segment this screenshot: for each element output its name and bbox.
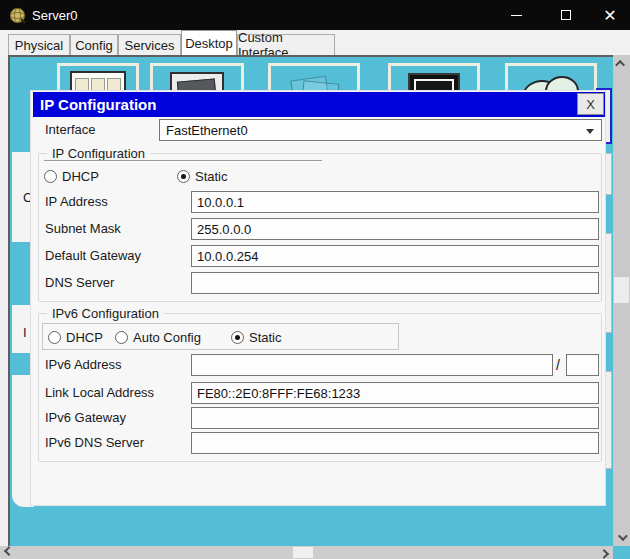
ipv6-dhcp-radio[interactable]: DHCP xyxy=(48,328,103,346)
scrollbar-corner xyxy=(613,546,630,559)
dns-server-label: DNS Server xyxy=(45,272,114,294)
tab-bar: Physical Config Services Desktop Custom … xyxy=(0,30,630,55)
scroll-up-button[interactable] xyxy=(613,55,630,72)
radio-icon[interactable] xyxy=(48,331,61,344)
ip-configuration-dialog: IP Configuration X Interface FastEtherne… xyxy=(30,90,606,506)
ip-address-label: IP Address xyxy=(45,191,108,213)
chevron-down-icon xyxy=(586,129,594,134)
tab-desktop[interactable]: Desktop xyxy=(181,30,237,55)
ipv6-gateway-label: IPv6 Gateway xyxy=(45,407,126,429)
default-gateway-label: Default Gateway xyxy=(45,245,141,267)
close-button[interactable]: ✕ xyxy=(590,0,630,30)
window-title: Server0 xyxy=(32,8,78,23)
minimize-button[interactable] xyxy=(496,0,536,30)
chevron-left-icon xyxy=(4,546,14,556)
interface-label: Interface xyxy=(45,119,96,141)
ipv4-group-title: IP Configuration xyxy=(47,146,150,161)
radio-icon[interactable] xyxy=(231,331,244,344)
tab-services[interactable]: Services xyxy=(118,34,181,55)
chevron-up-icon xyxy=(615,60,625,70)
separator-line xyxy=(44,160,322,162)
chevron-right-icon xyxy=(599,549,609,559)
ipv6-static-radio[interactable]: Static xyxy=(231,328,282,346)
maximize-button[interactable] xyxy=(546,0,586,30)
vertical-scrollbar[interactable] xyxy=(613,55,630,546)
scroll-down-button[interactable] xyxy=(613,529,630,546)
ipv6-prefix-input[interactable] xyxy=(566,354,599,376)
ipv4-static-radio[interactable]: Static xyxy=(177,167,228,185)
link-local-address-label: Link Local Address xyxy=(45,382,154,404)
scroll-right-button[interactable] xyxy=(598,546,613,559)
dialog-close-icon: X xyxy=(586,97,595,112)
ipv6-address-label: IPv6 Address xyxy=(45,354,122,376)
subnet-mask-label: Subnet Mask xyxy=(45,218,121,240)
maximize-icon xyxy=(561,10,571,20)
ipv6-group-title: IPv6 Configuration xyxy=(47,306,164,321)
interface-select[interactable]: FastEthernet0 xyxy=(159,119,602,141)
prefix-separator: / xyxy=(556,357,560,373)
icon-label-fragment: I xyxy=(23,325,27,340)
ip-address-input[interactable] xyxy=(191,191,599,213)
close-icon: ✕ xyxy=(603,6,616,25)
ipv6-dns-server-label: IPv6 DNS Server xyxy=(45,432,144,454)
ipv6-gateway-input[interactable] xyxy=(191,407,599,429)
dialog-title: IP Configuration xyxy=(40,96,156,113)
tab-physical[interactable]: Physical xyxy=(8,34,70,55)
tab-custom-interface[interactable]: Custom Interface xyxy=(237,34,335,55)
radio-icon[interactable] xyxy=(44,170,57,183)
dialog-titlebar[interactable]: IP Configuration xyxy=(33,92,605,117)
default-gateway-input[interactable] xyxy=(191,245,599,267)
tab-config[interactable]: Config xyxy=(70,34,118,55)
subnet-mask-input[interactable] xyxy=(191,218,599,240)
packet-tracer-logo-icon xyxy=(9,7,26,24)
ipv6-auto-config-radio[interactable]: Auto Config xyxy=(115,328,201,346)
scroll-left-button[interactable] xyxy=(0,546,15,559)
minimize-icon xyxy=(511,15,522,16)
chevron-down-icon xyxy=(618,531,628,541)
dns-server-input[interactable] xyxy=(191,272,599,294)
vertical-scroll-thumb[interactable] xyxy=(614,277,629,303)
link-local-address-input[interactable] xyxy=(191,382,599,404)
radio-icon[interactable] xyxy=(177,170,190,183)
ipv4-dhcp-radio[interactable]: DHCP xyxy=(44,167,99,185)
horizontal-scrollbar[interactable] xyxy=(0,546,613,559)
dialog-close-button[interactable]: X xyxy=(577,93,604,115)
radio-icon[interactable] xyxy=(115,331,128,344)
ipv6-address-input[interactable] xyxy=(191,354,553,376)
ipv6-dns-server-input[interactable] xyxy=(191,432,599,454)
horizontal-scroll-thumb[interactable] xyxy=(293,547,313,558)
